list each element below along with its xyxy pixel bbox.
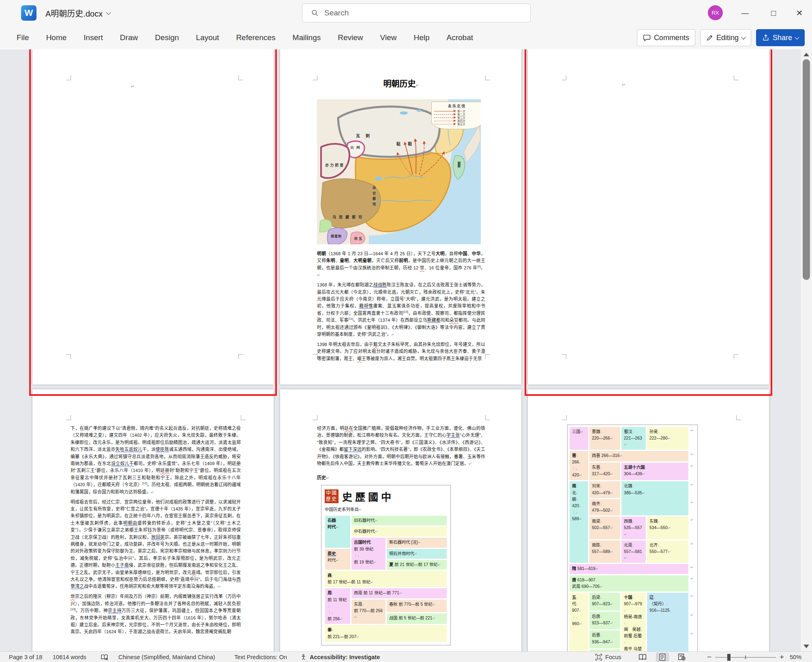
- text-predictions[interactable]: Text Predictions: On: [234, 652, 287, 662]
- timeline-cell: 春秋 前 770—前 5 世纪↵: [387, 600, 447, 613]
- maximize-button[interactable]: □: [761, 0, 786, 26]
- word-app-icon[interactable]: W: [21, 5, 36, 21]
- timeline-cell: 战国 前 5 世纪—前 221↵: [387, 613, 447, 624]
- focus-button[interactable]: Focus: [595, 652, 621, 662]
- timeline-cell: 原史↓时代↵: [325, 549, 350, 570]
- timeline-cell: 三国↵: [570, 427, 588, 450]
- tab-references[interactable]: References: [227, 33, 284, 42]
- map-label-duogan: 朵甘都司: [371, 186, 376, 208]
- timeline-cell: 北魏↓386—535↵: [621, 481, 688, 515]
- legend-item: 第四次: [434, 119, 480, 122]
- zoom-slider-thumb[interactable]: [727, 654, 731, 661]
- zoom-percentage[interactable]: 50%: [790, 652, 801, 662]
- paragraph: 经济方面，明廷在全国推广植棉，提倡栽种经济作物，手工业方面，遵化、佛山的铁冶，景…: [317, 425, 485, 467]
- zoom-in-button[interactable]: +: [780, 653, 784, 662]
- scroll-up-arrow-icon[interactable]: [803, 53, 809, 56]
- status-bar: Page 3 of 18 10614 words Chinese (Simpli…: [0, 651, 812, 662]
- timeline-cell: 东晋↓317—420↵: [589, 463, 620, 480]
- timeline-cell: 北齐↓550—577↵: [647, 540, 688, 563]
- tab-mailings[interactable]: Mailings: [284, 33, 330, 42]
- timeline-cell: 后梁↓907—923↵: [589, 593, 620, 611]
- chevron-down-icon: [741, 35, 746, 39]
- history-heading: 历史↵: [317, 474, 329, 480]
- row-end-mark: ↵: [690, 593, 695, 611]
- document-title[interactable]: A明朝历史.docx: [45, 7, 110, 19]
- tab-view[interactable]: View: [372, 33, 405, 42]
- timeline-cell: 周↓前 11 世纪↓｜↓前 256↵: [325, 588, 350, 624]
- language-indicator[interactable]: Chinese (Simplified, Mainland China): [118, 652, 215, 662]
- close-button[interactable]: ✕: [787, 0, 812, 26]
- focus-icon: [595, 653, 602, 661]
- tab-file[interactable]: File: [8, 33, 38, 42]
- timeline-table-early: 石器↓时代↵旧石器时代↵中石器时代↵古国时代↓前 39 世纪↓｜↓前 19 世纪…: [324, 515, 448, 643]
- map-label-dada: 鞑靼: [396, 141, 419, 147]
- page-5[interactable]: 经济方面，明廷在全国推广植棉，提倡栽种经济作物，手工业方面，遵化、佛山的铁冶，景…: [280, 389, 521, 651]
- tab-review[interactable]: Review: [329, 33, 371, 42]
- word-count[interactable]: 10614 words: [53, 652, 86, 662]
- timeline-cell: 西魏↓535—557↵: [621, 517, 646, 539]
- body-text: 明朝（1368 年 1 月 23 日—1644 年 4 月 25 日），天下之号…: [317, 250, 485, 365]
- timeline-cell: 秦↓前 221—前 207↵: [325, 625, 447, 641]
- tab-layout[interactable]: Layout: [187, 33, 227, 42]
- tab-help[interactable]: Help: [405, 33, 438, 42]
- print-layout-button[interactable]: [656, 653, 669, 662]
- crop-mark: [736, 415, 741, 420]
- scroll-down-arrow-icon[interactable]: [803, 645, 809, 648]
- crop-mark: [485, 354, 490, 359]
- page-indicator[interactable]: Page 3 of 18: [9, 652, 42, 662]
- share-button[interactable]: Share: [756, 29, 805, 46]
- scrollbar-thumb[interactable]: [803, 59, 810, 280]
- read-mode-button[interactable]: [635, 653, 650, 662]
- row-end-mark: ↵: [690, 463, 695, 480]
- ming-map-image[interactable]: 瓦剌 鞑靼 火州 亦力把里 朵甘都司 乌思藏都司 榜葛剌 阿瓦 朝鲜 永乐北伐 …: [317, 99, 481, 244]
- timeline-cell: 唐 618—907↓武周 690—705↵: [570, 575, 688, 592]
- accessibility-status[interactable]: Accessibility: Investigate: [300, 652, 380, 662]
- web-layout-button[interactable]: [675, 653, 689, 662]
- map-label-wusizang: 乌思藏都司: [332, 214, 365, 220]
- title-bar: W A明朝历史.docx Search RX — □ ✕: [0, 0, 812, 26]
- timeline-cell: 蜀汉↓221—263↵: [621, 427, 646, 450]
- china-history-infobox[interactable]: 中國 歷史 史歷國中 中国历史系列条目↵ 石器↓时代↵旧石器时代↵中石器时代↵古…: [321, 485, 451, 645]
- tab-design[interactable]: Design: [146, 33, 187, 42]
- paragraph: 下，在姚广孝的建议下以“清君侧，靖内难”的名义起兵造反，对抗朝廷，史称靖难之役（…: [71, 425, 241, 495]
- row-end-mark: ↵: [690, 564, 695, 574]
- minimize-button[interactable]: —: [733, 0, 757, 26]
- page-6[interactable]: 三国↵曹魏↓220—266↵蜀汉↓221—263↵孙吴↓222—280↵↵晋↓2…: [528, 389, 769, 651]
- zoom-slider[interactable]: [715, 657, 776, 658]
- print-layout-icon: [659, 653, 666, 661]
- paragraph: 世宗之后的隆庆（穆宗）年间及万历（神宗）前期，内阁首辅张居正实行改革（万历中兴）…: [71, 593, 241, 635]
- timeline-cell: 后晋↓936—947↵: [589, 630, 620, 648]
- document-canvas[interactable]: ↵ 明朝历史↵: [0, 49, 812, 651]
- timeline-cell: 铜石并用时代↵: [387, 549, 447, 559]
- editing-mode-dropdown[interactable]: Editing: [700, 29, 751, 46]
- page-2[interactable]: 明朝历史↵: [280, 49, 521, 384]
- row-end-mark: ↵: [690, 451, 695, 461]
- infobox-logo-text: 史歷國中: [342, 489, 394, 504]
- annotation-box-page1: [29, 49, 277, 396]
- tab-home[interactable]: Home: [38, 33, 75, 42]
- map-label-awa: 阿瓦: [354, 236, 363, 241]
- timeline-cell: 中石器时代↵: [351, 527, 447, 536]
- tab-draw[interactable]: Draw: [111, 33, 146, 42]
- timeline-cell: 西周 前 11 世纪—前 771↵: [351, 588, 447, 598]
- legend-item: 第一次: [434, 109, 480, 113]
- search-input[interactable]: Search: [302, 4, 531, 22]
- tab-insert[interactable]: Insert: [75, 33, 111, 42]
- timeline-cell: 南梁↓502—557↵: [589, 517, 620, 539]
- map-legend-rows: 第一次第二次第三次第四次第五次: [434, 109, 480, 126]
- body-text: 下，在姚广孝的建议下以“清君侧，靖内难”的名义起兵造反，对抗朝廷，史称靖难之役（…: [71, 425, 241, 639]
- proofing-errors-icon[interactable]: [101, 652, 108, 662]
- body-text: 经济方面，明廷在全国推广植棉，提倡栽种经济作物，手工业方面，遵化、佛山的铁冶，景…: [317, 425, 485, 470]
- zoom-out-button[interactable]: −: [707, 653, 711, 662]
- timeline-cell: 南陈↓557—589↵: [589, 540, 620, 563]
- tab-acrobat[interactable]: Acrobat: [438, 33, 482, 42]
- comments-button[interactable]: Comments: [637, 29, 695, 46]
- page-4[interactable]: 下，在姚广孝的建议下以“清君侧，靖内难”的名义起兵造反，对抗朝廷，史称靖难之役（…: [32, 389, 274, 651]
- timeline-cell: 古国时代↓前 39 世纪↓｜↓前 19 世纪↵: [351, 538, 386, 570]
- timeline-cell: 西晋 266—316↵: [589, 451, 688, 461]
- crop-mark: [485, 75, 490, 80]
- avatar[interactable]: RX: [708, 5, 723, 20]
- timeline-cell: 东魏↓534—550↵: [647, 517, 688, 539]
- timeline-cell: 孙吴↓222—280↵: [647, 427, 688, 450]
- vertical-scrollbar[interactable]: [800, 49, 812, 651]
